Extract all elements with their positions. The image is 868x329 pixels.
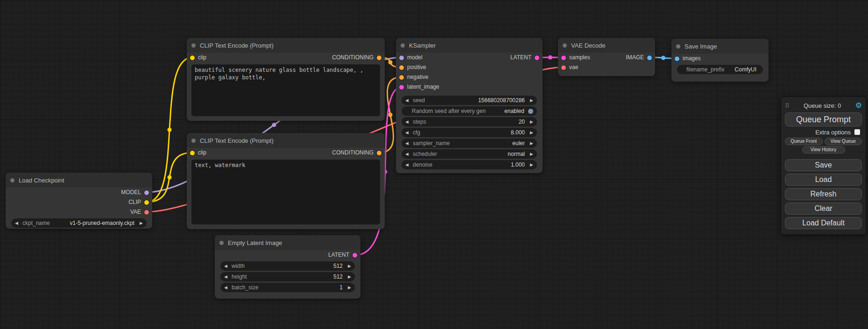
prompt-textarea[interactable]: beautiful scenery nature glass bottle la… [191,64,380,116]
node-title-bar[interactable]: CLIP Text Encode (Prompt) [187,133,385,148]
queue-prompt-button[interactable]: Queue Prompt [785,112,862,126]
node-status-dot[interactable] [219,241,224,245]
input-slot-negative: negative [396,72,543,82]
increment-arrow-icon[interactable]: ▶ [528,96,533,105]
height-widget[interactable]: ◀ height 512 ▶ [220,272,355,281]
node-title: Load Checkpoint [19,177,64,184]
drag-handle-icon[interactable]: ⠿ [785,102,790,109]
node-title-bar[interactable]: VAE Decode [558,38,655,53]
node-clip-text-encode-positive[interactable]: CLIP Text Encode (Prompt) clip CONDITION… [187,38,385,121]
extra-options-label: Extra options [815,129,851,136]
width-widget[interactable]: ◀ width 512 ▶ [220,261,355,271]
decrement-arrow-icon[interactable]: ◀ [405,139,411,148]
batch-size-widget[interactable]: ◀ batch_size 1 ▶ [220,283,355,292]
slot-row: clip CONDITIONING [187,53,385,63]
clip-input-port[interactable] [190,56,195,60]
view-queue-button[interactable]: View Queue [825,138,862,145]
random-seed-toggle[interactable] [528,109,533,114]
node-status-dot[interactable] [191,43,196,48]
model-input-port[interactable] [399,56,404,60]
increment-arrow-icon[interactable]: ▶ [528,149,533,159]
conditioning-output-port[interactable] [377,151,381,155]
clear-button[interactable]: Clear [785,203,862,215]
ckpt-name-widget[interactable]: ◀ ckpt_name v1-5-pruned-emaonly.ckpt ▶ [11,218,147,228]
samples-input-port[interactable] [561,56,566,60]
node-title: Save Image [685,43,717,50]
decrement-arrow-icon[interactable]: ◀ [405,128,411,137]
decrement-arrow-icon[interactable]: ◀ [224,283,230,292]
decrement-arrow-icon[interactable]: ◀ [405,96,411,105]
model-output-port[interactable] [144,190,149,195]
node-ksampler[interactable]: KSampler model positive negative latent_… [396,38,543,173]
decrement-arrow-icon[interactable]: ◀ [224,261,230,271]
increment-arrow-icon[interactable]: ▶ [137,218,143,228]
node-status-dot[interactable] [676,44,680,49]
increment-arrow-icon[interactable]: ▶ [528,128,533,137]
denoise-widget[interactable]: ◀ denoise 1.000 ▶ [402,160,537,169]
decrement-arrow-icon[interactable]: ◀ [15,218,21,228]
view-history-button[interactable]: View History [802,146,845,154]
scheduler-widget[interactable]: ◀ scheduler normal ▶ [402,149,537,159]
increment-arrow-icon[interactable]: ▶ [528,117,533,126]
load-button[interactable]: Load [785,174,862,186]
steps-widget[interactable]: ◀ steps 20 ▶ [402,117,537,126]
queue-panel-header: ⠿ Queue size: 0 ⚙ [785,100,862,111]
clip-output-port[interactable] [144,200,149,205]
clip-input-port[interactable] [190,151,195,155]
slot-row: samples IMAGE [558,53,655,63]
increment-arrow-icon[interactable]: ▶ [346,272,351,281]
node-title-bar[interactable]: CLIP Text Encode (Prompt) [187,38,385,53]
increment-arrow-icon[interactable]: ▶ [528,139,533,148]
negative-input-port[interactable] [399,75,404,80]
refresh-button[interactable]: Refresh [785,188,862,200]
widget-value: 1.000 [508,161,528,168]
node-title-bar[interactable]: Load Checkpoint [6,173,152,188]
decrement-arrow-icon[interactable]: ◀ [405,117,411,126]
extra-options-checkbox[interactable] [854,129,860,135]
conditioning-output-port[interactable] [377,56,381,60]
latent-output-port[interactable] [353,253,357,258]
latent-output-port[interactable] [535,56,539,60]
cfg-widget[interactable]: ◀ cfg 8.000 ▶ [402,128,537,137]
node-clip-text-encode-negative[interactable]: CLIP Text Encode (Prompt) clip CONDITION… [187,133,385,229]
settings-gear-icon[interactable]: ⚙ [855,102,862,109]
node-status-dot[interactable] [401,43,405,48]
increment-arrow-icon[interactable]: ▶ [346,283,351,292]
positive-input-port[interactable] [399,65,404,70]
slot-label: LATENT [477,53,543,63]
vae-output-port[interactable] [144,210,149,215]
queue-front-button[interactable]: Queue Front [785,138,823,145]
vae-input-port[interactable] [561,65,566,70]
output-slot-latent: LATENT [215,250,360,260]
extra-options-row: Extra options [785,127,862,137]
prompt-textarea[interactable]: text, watermark [191,160,380,224]
images-input-port[interactable] [675,56,679,61]
node-load-checkpoint[interactable]: Load Checkpoint MODEL CLIP VAE ◀ ckpt_na… [6,173,152,229]
node-title-bar[interactable]: Save Image [671,39,769,54]
widget-value: euler [509,140,528,147]
increment-arrow-icon[interactable]: ▶ [346,261,351,271]
node-save-image[interactable]: Save Image images filename_prefix ComfyU… [671,39,769,82]
save-button[interactable]: Save [785,159,862,171]
decrement-arrow-icon[interactable]: ◀ [224,272,230,281]
seed-widget[interactable]: ◀ seed 156680208700286 ▶ [402,96,537,105]
widget-label: batch_size [232,284,258,291]
node-status-dot[interactable] [191,139,196,143]
sampler-name-widget[interactable]: ◀ sampler_name euler ▶ [402,139,537,148]
comfyui-canvas[interactable]: { "colors": { "model": "#B39DDB", "clip"… [0,0,868,329]
decrement-arrow-icon[interactable]: ◀ [405,160,411,169]
latent-image-input-port[interactable] [399,85,404,90]
increment-arrow-icon[interactable]: ▶ [528,160,533,169]
node-status-dot[interactable] [563,43,567,48]
node-title-bar[interactable]: KSampler [396,38,543,53]
node-vae-decode[interactable]: VAE Decode samples IMAGE vae [558,38,655,76]
input-slot-vae: vae [558,63,655,72]
node-empty-latent-image[interactable]: Empty Latent Image LATENT ◀ width 512 ▶ … [215,235,360,299]
filename-prefix-widget[interactable]: filename_prefix ComfyUI [677,65,763,74]
image-output-port[interactable] [647,56,652,60]
random-seed-widget[interactable]: Random seed after every gen enabled [402,106,537,116]
decrement-arrow-icon[interactable]: ◀ [405,149,411,159]
load-default-button[interactable]: Load Default [785,217,862,229]
node-title-bar[interactable]: Empty Latent Image [215,235,360,250]
node-status-dot[interactable] [10,178,14,182]
